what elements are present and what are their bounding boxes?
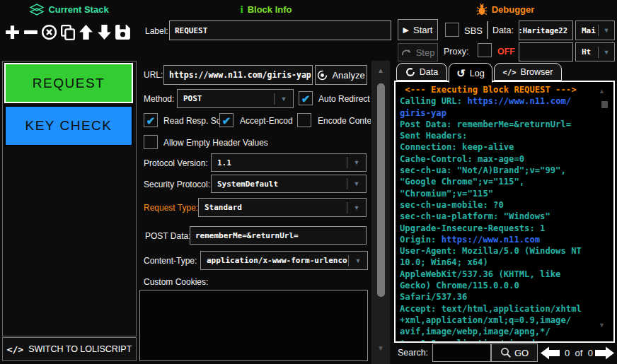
info-icon: i <box>240 4 243 16</box>
label-field-label: Label: <box>145 26 168 36</box>
chevron-down-icon: ▼ <box>599 49 614 56</box>
read-response-label: Read Resp. So <box>163 116 221 126</box>
proxy-input[interactable] <box>519 42 573 61</box>
encode-content-checkbox[interactable]: ✔ <box>297 113 311 127</box>
stack-block-label: REQUEST <box>33 76 105 91</box>
bug-icon <box>476 4 488 16</box>
stack-layers-icon <box>30 4 44 16</box>
search-go-button[interactable]: GO <box>491 344 538 362</box>
search-label: Search: <box>398 348 428 358</box>
log-line: Origin: https://www.n11.com <box>400 234 613 245</box>
proxy-type-dropdown[interactable]: Ht ▼ <box>575 42 615 61</box>
step-button[interactable]: Step <box>398 43 438 61</box>
stack-block-keycheck[interactable]: KEY CHECK <box>4 105 133 146</box>
request-type-label: Request Type: <box>144 203 198 213</box>
method-dropdown[interactable]: POST ▼ <box>177 89 294 108</box>
clone-block-icon[interactable] <box>58 21 76 42</box>
save-config-icon[interactable] <box>113 21 132 42</box>
content-type-dropdown[interactable]: application/x-www-form-urlenco ▼ <box>200 251 368 270</box>
scrollbar-thumb[interactable] <box>377 83 385 297</box>
security-protocol-dropdown[interactable]: SystemDefault ▼ <box>211 175 367 193</box>
log-line: giris-yap <box>400 107 613 119</box>
wordlist-type-dropdown[interactable]: Mai ▼ <box>575 20 615 40</box>
stack-toolbar <box>3 20 137 44</box>
log-scroll-up-icon[interactable]: ▲ <box>599 88 605 95</box>
match-counter: 0 of 0 <box>564 348 594 358</box>
log-line: AppleWebKit/537.36 (KHTML, like <box>400 269 613 280</box>
protocol-version-label: Protocol Version: <box>144 158 208 168</box>
chevron-down-icon: ▼ <box>347 180 366 187</box>
tab-browser[interactable]: </> Browser <box>494 63 562 81</box>
tab-log[interactable]: ↺ Log <box>449 63 492 83</box>
log-line: User-Agent: Mozilla/5.0 (Windows NT <box>400 245 613 257</box>
search-input[interactable] <box>432 344 491 362</box>
stack-block-label: KEY CHECK <box>25 118 113 134</box>
data-field-label: Data: <box>492 25 514 35</box>
log-scroll-down-icon[interactable]: ▼ <box>599 322 605 329</box>
start-button[interactable]: ▶ Start <box>398 19 438 40</box>
sbs-checkbox[interactable]: ✔ <box>445 23 459 37</box>
post-data-label: POST Data: <box>145 231 190 241</box>
prev-match-icon[interactable] <box>541 346 560 360</box>
accept-encoding-checkbox[interactable]: ✔ <box>219 113 233 127</box>
add-block-icon[interactable] <box>3 21 21 42</box>
stack-block-request[interactable]: REQUEST <box>4 63 133 103</box>
code-icon: </> <box>7 344 23 355</box>
next-match-icon[interactable] <box>595 346 614 360</box>
proxy-label: Proxy: <box>444 47 468 57</box>
move-down-icon[interactable] <box>95 21 113 42</box>
scroll-down-icon[interactable]: ▼ <box>371 344 390 352</box>
log-line: +xml,application/xml;q=0.9,image/ <box>400 315 613 326</box>
scroll-up-icon[interactable]: ▲ <box>371 66 390 74</box>
log-line: Upgrade-Insecure-Requests: 1 <box>400 223 613 234</box>
auto-redirect-checkbox[interactable]: ✔ <box>299 91 313 105</box>
chevron-down-icon: ▼ <box>599 27 614 34</box>
read-response-checkbox[interactable]: ✔ <box>144 113 158 127</box>
play-icon: ▶ <box>403 25 409 35</box>
method-field-label: Method: <box>144 94 174 104</box>
log-line: "Google Chrome";v="115", <box>400 176 613 187</box>
log-line: sec-ch-ua: "Not/A)Brand";v="99", <box>400 165 613 176</box>
protocol-version-dropdown[interactable]: 1.1 ▼ <box>211 153 367 172</box>
step-arrow-icon <box>401 49 412 57</box>
switch-to-loliscript-button[interactable]: </> SWITCH TO LOLISCRIPT <box>2 337 137 361</box>
block-info-title: i Block Info <box>139 2 393 16</box>
allow-empty-headers-checkbox[interactable]: ✔ <box>144 135 158 149</box>
analyze-atom-icon <box>317 70 328 81</box>
post-data-input[interactable]: rememberMe=&returnUrl= <box>190 226 367 245</box>
request-type-dropdown[interactable]: Standard ▼ <box>198 198 367 217</box>
tab-data[interactable]: Data <box>396 63 447 81</box>
log-line: Gecko) Chrome/115.0.0.0 <box>400 280 613 291</box>
debugger-title: Debugger <box>393 2 617 16</box>
proxy-checkbox[interactable]: ✔ <box>478 43 492 57</box>
delete-block-icon[interactable] <box>40 21 58 42</box>
security-protocol-label: Security Protocol: <box>144 180 210 189</box>
log-line: *;q=0.8,application/signed <box>400 338 613 343</box>
chevron-down-icon: ▼ <box>349 257 367 264</box>
accept-encoding-label: Accept-Encod <box>240 116 293 126</box>
block-label-input[interactable]: REQUEST <box>169 20 391 40</box>
log-scrollbar-thumb[interactable] <box>601 101 608 108</box>
custom-cookies-textarea[interactable] <box>139 290 368 361</box>
url-field-label: URL: <box>144 70 163 80</box>
debugger-data-input[interactable]: om:Haritage22 <box>519 20 573 40</box>
chevron-down-icon: ▼ <box>275 95 293 102</box>
move-up-icon[interactable] <box>76 21 95 42</box>
search-icon <box>500 347 512 358</box>
log-line: sec-ch-ua-mobile: ?0 <box>400 199 613 211</box>
remove-block-icon[interactable] <box>21 21 40 42</box>
log-line: Post Data: rememberMe=&returnUrl= <box>400 119 613 130</box>
check-icon: ✔ <box>146 115 156 126</box>
chevron-down-icon: ▼ <box>347 159 366 166</box>
data-circle-icon <box>405 67 415 77</box>
analyze-button[interactable]: Analyze <box>315 65 367 85</box>
check-icon: ✔ <box>222 115 231 126</box>
check-icon: ✔ <box>301 93 311 104</box>
log-line: Sent Headers: <box>400 130 613 141</box>
url-input[interactable]: https://www.n11.com/giris-yap <box>163 65 313 85</box>
encode-content-label: Encode Conte <box>318 116 371 126</box>
log-line: "Chromium";v="115" <box>400 188 613 199</box>
code-icon: </> <box>503 68 517 76</box>
log-output[interactable]: <--- Executing Block REQUEST --->Calling… <box>394 81 615 343</box>
log-line: Accept: text/html,application/xhtml <box>400 303 613 315</box>
